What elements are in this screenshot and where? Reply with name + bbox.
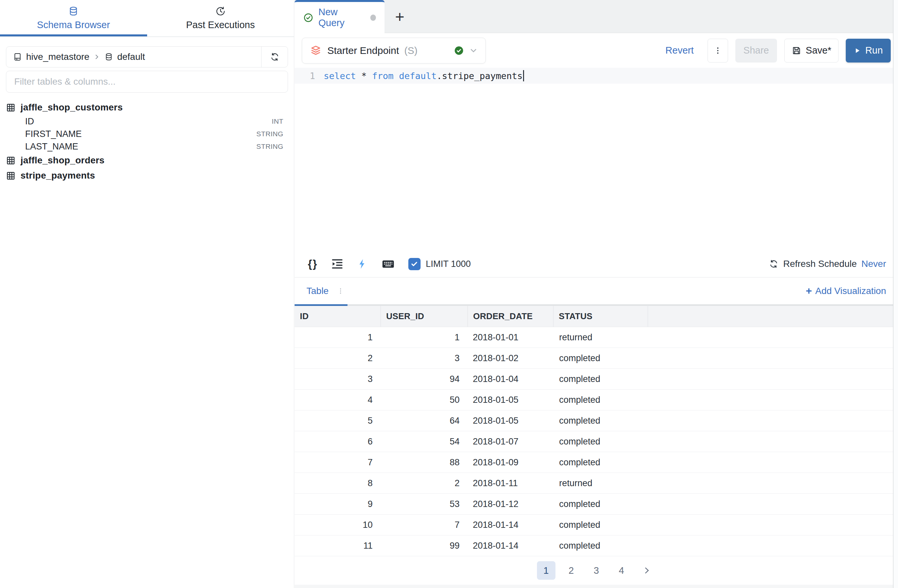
breadcrumb-catalog[interactable]: hive_metastore (26, 52, 89, 62)
add-visualization-label: Add Visualization (815, 286, 886, 296)
refresh-icon (270, 52, 280, 62)
cell-user-id: 54 (381, 431, 467, 452)
cell-status: completed (553, 369, 648, 389)
results-table-header: IDUSER_IDORDER_DATESTATUS (295, 306, 898, 327)
column-name: FIRST_NAME (25, 129, 81, 139)
limit-checkbox[interactable] (408, 258, 421, 270)
page-button[interactable]: 4 (612, 561, 631, 580)
cell-id: 5 (295, 410, 381, 431)
table-item[interactable]: stripe_payments (6, 168, 288, 183)
table-name: jaffle_shop_orders (20, 155, 105, 166)
next-page-button[interactable] (637, 561, 656, 580)
table-item[interactable]: jaffle_shop_orders (6, 153, 288, 168)
query-tab-label: New Query (318, 7, 363, 28)
breadcrumb-schema[interactable]: default (117, 52, 145, 62)
cell-status: completed (553, 348, 648, 368)
query-actions: Revert Share Save* (662, 39, 891, 63)
cell-user-id: 64 (381, 410, 467, 431)
cell-id: 8 (295, 473, 381, 493)
pagination: 1234 (295, 556, 898, 585)
table-item[interactable]: jaffle_shop_customers (6, 100, 288, 115)
table-row: 6542018-01-07completed (295, 431, 898, 452)
endpoint-row: Starter Endpoint (S) Revert (295, 33, 898, 68)
page-button[interactable]: 2 (562, 561, 581, 580)
sql-token (356, 71, 361, 81)
endpoint-stack-icon (309, 44, 322, 57)
cell-user-id: 99 (381, 536, 467, 556)
endpoint-selector[interactable]: Starter Endpoint (S) (302, 38, 486, 63)
table-row: 3942018-01-04completed (295, 369, 898, 389)
column-item[interactable]: LAST_NAMESTRING (6, 140, 288, 153)
add-visualization-button[interactable]: + Add Visualization (806, 285, 886, 297)
history-clock-icon (215, 6, 226, 17)
sql-editor-line[interactable]: 1 select * from default.stripe_payments (295, 68, 898, 84)
lightning-icon[interactable] (357, 258, 368, 269)
cell-id: 9 (295, 494, 381, 514)
share-button[interactable]: Share (735, 39, 777, 63)
filter-box (6, 71, 288, 92)
refresh-schema-button[interactable] (261, 47, 288, 67)
schema-database-icon (105, 52, 113, 61)
cell-order-date: 2018-01-05 (467, 410, 553, 431)
keyboard-icon[interactable] (381, 256, 396, 271)
table-row: 822018-01-11returned (295, 473, 898, 494)
editor-toolbar: {} (295, 251, 898, 277)
revert-button[interactable]: Revert (662, 39, 697, 63)
limit-toggle[interactable]: LIMIT 1000 (408, 258, 471, 270)
table-row: 4502018-01-05completed (295, 389, 898, 410)
page-button[interactable]: 1 (537, 561, 555, 580)
limit-label: LIMIT 1000 (426, 259, 471, 269)
sql-editor-area[interactable] (295, 84, 898, 251)
sql-token: . (437, 71, 442, 81)
column-header: USER_ID (381, 306, 467, 327)
tab-new-query[interactable]: New Query (295, 0, 384, 33)
kebab-icon (713, 46, 722, 55)
column-item[interactable]: FIRST_NAMESTRING (6, 128, 288, 140)
tab-past-executions[interactable]: Past Executions (147, 0, 294, 36)
save-button-label: Save* (806, 45, 831, 56)
table-name: stripe_payments (20, 170, 95, 181)
save-button[interactable]: Save* (784, 39, 838, 63)
cell-order-date: 2018-01-09 (467, 452, 553, 473)
tab-label-schema-browser: Schema Browser (37, 20, 110, 31)
column-type: STRING (256, 130, 288, 138)
cell-order-date: 2018-01-02 (467, 348, 553, 368)
chevron-right-icon (93, 53, 100, 60)
new-tab-button[interactable]: + (384, 0, 415, 33)
unsaved-indicator-dot (370, 15, 376, 21)
tab-table-visualization[interactable]: Table (306, 286, 329, 296)
table-grid-icon (6, 103, 15, 112)
table-grid-icon (6, 171, 15, 180)
cell-status: completed (553, 410, 648, 431)
filter-input[interactable] (6, 71, 288, 92)
results-table-body: 112018-01-01returned232018-01-02complete… (295, 327, 898, 556)
column-item[interactable]: IDINT (6, 115, 288, 128)
bottom-strip (295, 585, 898, 588)
format-braces-icon[interactable]: {} (308, 258, 318, 270)
endpoint-size: (S) (404, 45, 418, 56)
page-button[interactable]: 3 (587, 561, 606, 580)
column-header: STATUS (553, 306, 648, 327)
tab-schema-browser[interactable]: Schema Browser (0, 0, 147, 36)
plus-icon: + (806, 285, 812, 297)
cell-status: completed (553, 514, 648, 535)
table-row: 7882018-01-09completed (295, 452, 898, 473)
cell-id: 3 (295, 369, 381, 389)
table-row: 9532018-01-12completed (295, 494, 898, 514)
cell-status: completed (553, 452, 648, 473)
catalog-icon (13, 52, 22, 62)
cell-id: 1 (295, 327, 381, 348)
cell-status: completed (553, 536, 648, 556)
indent-icon[interactable] (330, 257, 344, 271)
table-row: 11992018-01-14completed (295, 536, 898, 556)
more-actions-button[interactable] (707, 39, 728, 63)
tab-label-past-executions: Past Executions (186, 20, 255, 31)
column-header: ID (295, 306, 381, 327)
run-button[interactable]: Run (846, 39, 891, 63)
column-type: STRING (256, 143, 288, 151)
refresh-schedule-value[interactable]: Never (861, 259, 886, 269)
cell-user-id: 7 (381, 514, 467, 535)
refresh-schedule-icon (769, 259, 779, 269)
visualization-kebab-icon[interactable] (337, 288, 344, 294)
breadcrumb-path[interactable]: hive_metastore default (6, 52, 261, 62)
